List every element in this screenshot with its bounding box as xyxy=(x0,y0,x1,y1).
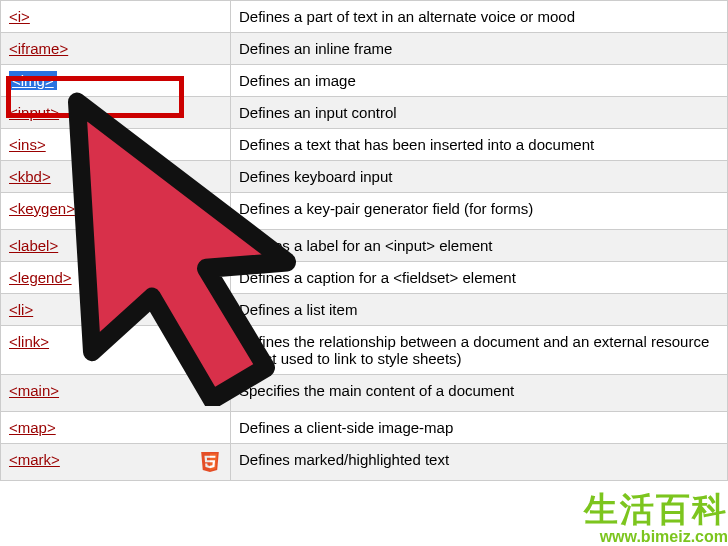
table-row: <ins>Defines a text that has been insert… xyxy=(1,129,728,161)
tag-link[interactable]: <map> xyxy=(9,419,56,436)
description-cell: Defines an input control xyxy=(231,97,728,129)
description-cell: Defines a key-pair generator field (for … xyxy=(231,193,728,230)
tag-link[interactable]: <input> xyxy=(9,104,59,121)
tag-cell: <link> xyxy=(1,326,231,375)
tag-cell: <i> xyxy=(1,1,231,33)
table-row: <mark>Defines marked/highlighted text xyxy=(1,444,728,481)
description-cell: Defines an inline frame xyxy=(231,33,728,65)
description-cell: Specifies the main content of a document xyxy=(231,375,728,412)
tag-link[interactable]: <kbd> xyxy=(9,168,51,185)
table-row: <img>Defines an image xyxy=(1,65,728,97)
tag-link[interactable]: <i> xyxy=(9,8,30,25)
table-row: <map>Defines a client-side image-map xyxy=(1,412,728,444)
description-cell: Defines a label for an <input> element xyxy=(231,230,728,262)
tag-cell: <kbd> xyxy=(1,161,231,193)
tag-cell: <keygen> xyxy=(1,193,231,230)
tag-link[interactable]: <main> xyxy=(9,382,59,399)
tag-cell: <input> xyxy=(1,97,231,129)
table-row: <iframe>Defines an inline frame xyxy=(1,33,728,65)
tag-link[interactable]: <label> xyxy=(9,237,58,254)
tag-link[interactable]: <mark> xyxy=(9,451,60,468)
tag-link[interactable]: <legend> xyxy=(9,269,72,286)
table-row: <li>Defines a list item xyxy=(1,294,728,326)
description-cell: Defines the relationship between a docum… xyxy=(231,326,728,375)
tag-cell: <mark> xyxy=(1,444,231,481)
table-row: <main>Specifies the main content of a do… xyxy=(1,375,728,412)
description-cell: Defines a caption for a <fieldset> eleme… xyxy=(231,262,728,294)
table-row: <input>Defines an input control xyxy=(1,97,728,129)
description-cell: Defines a part of text in an alternate v… xyxy=(231,1,728,33)
tag-cell: <li> xyxy=(1,294,231,326)
description-cell: Defines an image xyxy=(231,65,728,97)
tag-cell: <main> xyxy=(1,375,231,412)
watermark-text: 生活百科 xyxy=(584,492,728,526)
table-row: <legend>Defines a caption for a <fieldse… xyxy=(1,262,728,294)
tag-cell: <legend> xyxy=(1,262,231,294)
table-row: <label>Defines a label for an <input> el… xyxy=(1,230,728,262)
html-reference-table: <i>Defines a part of text in an alternat… xyxy=(0,0,728,481)
tag-cell: <map> xyxy=(1,412,231,444)
tag-link[interactable]: <img> xyxy=(9,71,57,90)
tag-link[interactable]: <iframe> xyxy=(9,40,68,57)
table-row: <keygen>Defines a key-pair generator fie… xyxy=(1,193,728,230)
tag-cell: <img> xyxy=(1,65,231,97)
tag-cell: <ins> xyxy=(1,129,231,161)
tag-link[interactable]: <link> xyxy=(9,333,49,350)
description-cell: Defines keyboard input xyxy=(231,161,728,193)
tag-link[interactable]: <keygen> xyxy=(9,200,75,217)
table-row: <kbd>Defines keyboard input xyxy=(1,161,728,193)
tag-link[interactable]: <ins> xyxy=(9,136,46,153)
tag-cell: <iframe> xyxy=(1,33,231,65)
description-cell: Defines a list item xyxy=(231,294,728,326)
description-cell: Defines a client-side image-map xyxy=(231,412,728,444)
tag-cell: <label> xyxy=(1,230,231,262)
description-cell: Defines marked/highlighted text xyxy=(231,444,728,481)
watermark: 生活百科 www.bimeiz.com xyxy=(584,492,728,546)
watermark-url: www.bimeiz.com xyxy=(584,528,728,546)
table-row: <link>Defines the relationship between a… xyxy=(1,326,728,375)
description-cell: Defines a text that has been inserted in… xyxy=(231,129,728,161)
table-row: <i>Defines a part of text in an alternat… xyxy=(1,1,728,33)
tag-link[interactable]: <li> xyxy=(9,301,33,318)
